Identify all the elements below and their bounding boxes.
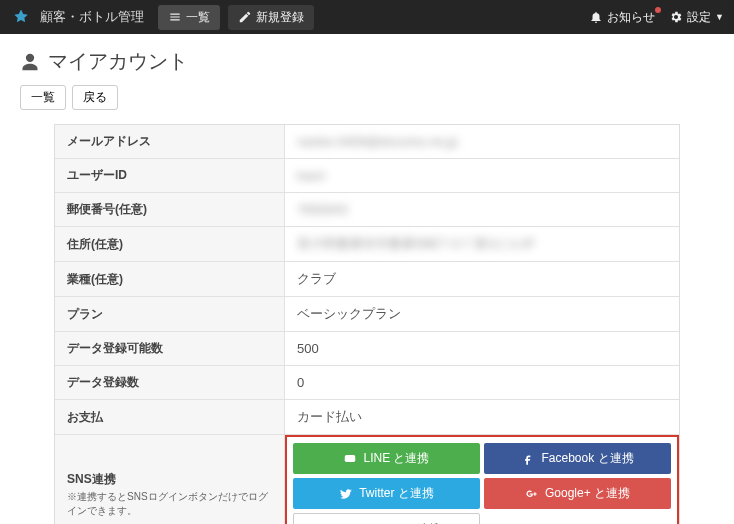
back-button[interactable]: 戻る [72,85,118,110]
user-icon [20,52,40,72]
google-plus-icon [525,487,539,501]
address-value: 香川県善通寺市善通寺町7-3-7 第2ビル2F [297,235,535,253]
gear-icon [669,10,683,24]
payment-value: カード払い [285,400,679,434]
account-panel: メールアドレス nanbo-0409@docomo.ne.jp ユーザーID k… [54,124,680,524]
row-email: メールアドレス nanbo-0409@docomo.ne.jp [55,125,679,159]
app-logo-icon [10,6,32,28]
svg-rect-0 [345,454,356,461]
row-address: 住所(任意) 香川県善通寺市善通寺町7-3-7 第2ビル2F [55,227,679,262]
sns-google-label: Google+ と連携 [545,485,630,502]
nav-settings-button[interactable]: 設定 ▼ [669,9,724,26]
count-value: 0 [285,366,679,399]
count-label: データ登録数 [55,366,285,399]
row-sns: SNS連携 ※連携するとSNSログインボタンだけでログインできます。 LINE … [55,435,679,524]
navbar: 顧客・ボトル管理 一覧 新規登録 お知らせ 設定 ▼ [0,0,734,34]
sns-facebook-button[interactable]: Facebook と連携 [484,443,671,474]
page-title: マイアカウント [20,48,714,75]
line-icon [343,452,357,466]
row-postal: 郵便番号(任意) 7650043 [55,193,679,227]
nav-list-label: 一覧 [186,9,210,26]
nav-list-button[interactable]: 一覧 [158,5,220,30]
sns-google-button[interactable]: Google+ と連携 [484,478,671,509]
postal-value: 7650043 [297,202,348,217]
email-value: nanbo-0409@docomo.ne.jp [297,134,458,149]
row-count: データ登録数 0 [55,366,679,400]
sns-facebook-label: Facebook と連携 [541,450,633,467]
sns-line-button[interactable]: LINE と連携 [293,443,480,474]
navbar-right: お知らせ 設定 ▼ [589,9,724,26]
nav-notice-label: お知らせ [607,9,655,26]
industry-label: 業種(任意) [55,262,285,296]
caret-down-icon: ▼ [715,12,724,22]
sns-line-label: LINE と連携 [363,450,429,467]
sns-buttons-wrap: LINE と連携 Facebook と連携 Twitter と連携 Google… [285,435,679,524]
userid-label: ユーザーID [55,159,285,192]
brand-title: 顧客・ボトル管理 [40,8,144,26]
pencil-icon [238,10,252,24]
sns-twitter-label: Twitter と連携 [359,485,434,502]
nav-new-button[interactable]: 新規登録 [228,5,314,30]
row-userid: ユーザーID kaori [55,159,679,193]
payment-label: お支払 [55,400,285,434]
sub-buttons: 一覧 戻る [20,85,714,110]
postal-label: 郵便番号(任意) [55,193,285,226]
plan-value: ベーシックプラン [285,297,679,331]
page-title-text: マイアカウント [48,48,188,75]
sns-hint: ※連携するとSNSログインボタンだけでログインできます。 [67,490,272,518]
plan-label: プラン [55,297,285,331]
page-body: マイアカウント 一覧 戻る メールアドレス nanbo-0409@docomo.… [0,34,734,524]
sns-label-cell: SNS連携 ※連携するとSNSログインボタンだけでログインできます。 [55,435,285,524]
capacity-value: 500 [285,332,679,365]
sns-yahoo-button[interactable]: Y! Yahoo! ID と連携 [293,513,480,524]
capacity-label: データ登録可能数 [55,332,285,365]
nav-settings-label: 設定 [687,9,711,26]
sns-twitter-button[interactable]: Twitter と連携 [293,478,480,509]
bell-icon [589,10,603,24]
row-payment: お支払 カード払い [55,400,679,435]
navbar-left: 顧客・ボトル管理 一覧 新規登録 [10,5,314,30]
notice-badge-dot [655,7,661,13]
twitter-icon [339,487,353,501]
facebook-icon [521,452,535,466]
list-button[interactable]: 一覧 [20,85,66,110]
list-icon [168,10,182,24]
nav-new-label: 新規登録 [256,9,304,26]
userid-value: kaori [297,168,325,183]
row-plan: プラン ベーシックプラン [55,297,679,332]
industry-value: クラブ [285,262,679,296]
row-industry: 業種(任意) クラブ [55,262,679,297]
row-capacity: データ登録可能数 500 [55,332,679,366]
email-label: メールアドレス [55,125,285,158]
sns-label: SNS連携 [67,471,272,488]
nav-notice-button[interactable]: お知らせ [589,9,655,26]
address-label: 住所(任意) [55,227,285,261]
